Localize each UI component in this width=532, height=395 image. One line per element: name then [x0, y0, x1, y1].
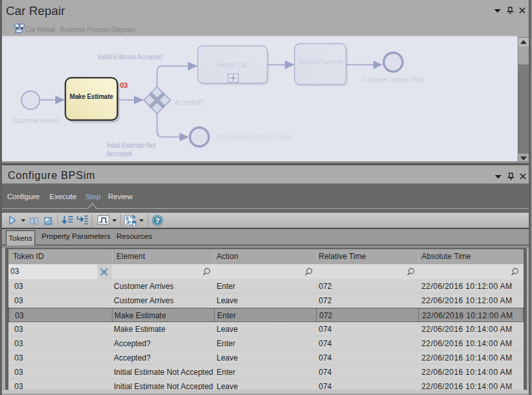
svg-text:?: ? — [155, 217, 160, 225]
svg-text:Initial Estimate Accepted: Initial Estimate Accepted — [98, 53, 163, 61]
svg-text:Initial Estimate Not: Initial Estimate Not — [107, 142, 156, 149]
svg-text:Repair Car: Repair Car — [218, 61, 248, 68]
svg-text:Accepted: Accepted — [107, 150, 132, 157]
svg-text:Customer Leaves Shop: Customer Leaves Shop — [362, 76, 425, 83]
svg-text:Make Estimate: Make Estimate — [70, 93, 114, 100]
svg-text:Customer Arrives: Customer Arrives — [12, 117, 59, 124]
svg-text:Accepted?: Accepted? — [174, 99, 204, 106]
svg-text:Initial Estimate Not Accepted: Initial Estimate Not Accepted — [217, 133, 292, 141]
svg-text:Accept Payment: Accept Payment — [299, 59, 343, 66]
svg-text:03: 03 — [120, 81, 128, 89]
